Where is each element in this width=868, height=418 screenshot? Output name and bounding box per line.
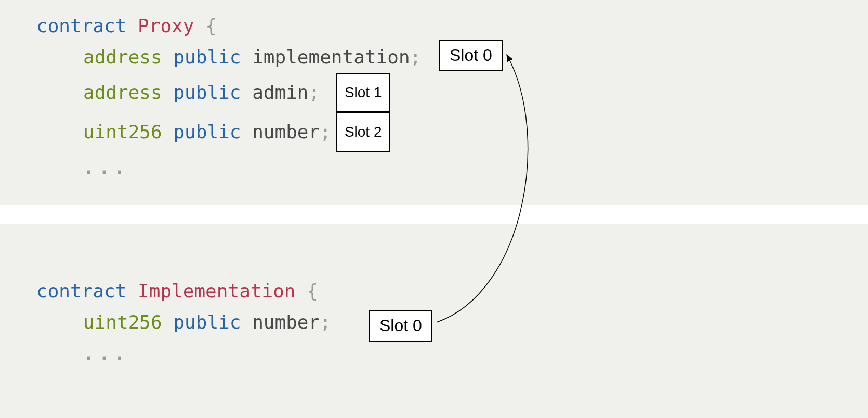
visibility: public [173, 116, 241, 148]
proxy-ellipsis: ... [36, 152, 832, 183]
identifier: number [252, 307, 320, 338]
semicolon: ; [410, 42, 422, 73]
type: address [83, 42, 162, 73]
proxy-line-2: uint256 public number;Slot 2 [36, 112, 832, 152]
proxy-line-0: address public implementation; [36, 42, 832, 73]
proxy-decl-line: contract Proxy { [36, 10, 832, 42]
impl-ellipsis: ... [36, 338, 832, 369]
identifier: number [252, 116, 320, 148]
proxy-code-block: contract Proxy { address public implemen… [0, 0, 868, 205]
slot-label-0-bottom: Slot 0 [369, 310, 432, 342]
impl-line-0: uint256 public number; [36, 307, 832, 338]
ellipsis: ... [83, 152, 129, 183]
slot-label-1: Slot 1 [336, 73, 390, 112]
identifier: implementation [252, 42, 410, 73]
visibility: public [173, 77, 241, 108]
semicolon: ; [309, 77, 320, 108]
semicolon: ; [320, 307, 331, 338]
visibility: public [173, 307, 241, 338]
slot-label-2: Slot 2 [336, 112, 390, 152]
keyword-contract: contract [36, 10, 126, 42]
ellipsis: ... [83, 338, 129, 369]
type: address [83, 77, 162, 108]
open-brace: { [205, 10, 217, 42]
impl-code-block: contract Implementation { uint256 public… [0, 224, 868, 418]
contract-name: Implementation [138, 276, 295, 307]
contract-name: Proxy [138, 10, 194, 42]
type: uint256 [83, 116, 162, 148]
open-brace: { [307, 276, 318, 307]
slot-label-0-top: Slot 0 [439, 40, 503, 71]
impl-decl-line: contract Implementation { [36, 276, 832, 307]
identifier: admin [252, 77, 308, 108]
keyword-contract: contract [36, 276, 126, 307]
proxy-line-1: address public admin; Slot 1 [36, 73, 832, 112]
visibility: public [173, 42, 241, 73]
semicolon: ; [320, 116, 331, 148]
type: uint256 [83, 307, 162, 338]
